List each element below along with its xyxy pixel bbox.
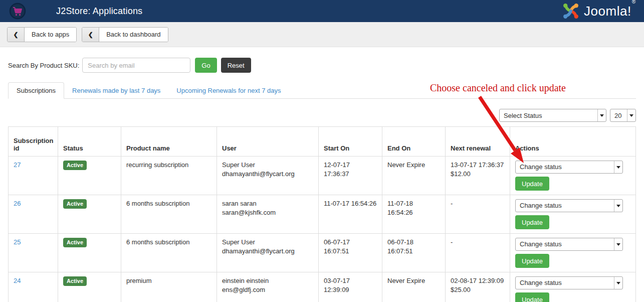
next-renewal-amount: $12.00 (451, 170, 505, 179)
change-status-value: Change status (516, 238, 614, 250)
start-on: 12-07-17 17:36:37 (324, 161, 350, 178)
start-on: 11-07-17 16:54:26 (324, 200, 376, 207)
col-end-on: End On (382, 127, 446, 157)
next-renewal-amount: $25.00 (451, 285, 505, 294)
joomla-logo: Joomla!® (562, 2, 635, 20)
dropdown-button (614, 238, 622, 250)
table-row: 24 Active premium einstein einsteinens@g… (9, 272, 636, 302)
subscriptions-table: Subscription id Status Product name User… (8, 126, 636, 302)
change-status-dropdown[interactable]: Change status (515, 161, 623, 174)
end-on: Never Expire (387, 277, 425, 284)
end-on: 11-07-18 16:54:26 (387, 200, 413, 216)
product-name: 6 months subscription (126, 238, 189, 246)
product-name: premium (126, 277, 152, 284)
top-navbar: J2Store: Applications (0, 0, 644, 22)
chevron-down-icon (616, 282, 620, 284)
subscription-id-link[interactable]: 24 (14, 277, 21, 284)
change-status-value: Change status (516, 200, 614, 212)
table-row: 26 Active 6 months subscription saran sa… (9, 195, 636, 234)
joomla-mark-icon (562, 2, 580, 20)
status-badge: Active (63, 161, 87, 170)
update-button[interactable]: Update (515, 254, 549, 268)
col-start-on: Start On (319, 127, 382, 157)
dropdown-button (614, 200, 622, 212)
next-renewal-date: 02-08-17 12:39:09 (451, 276, 505, 285)
chevron-down-icon (629, 114, 633, 117)
subscription-id-link[interactable]: 25 (14, 238, 21, 246)
col-user: User (217, 127, 319, 157)
tab-upcoming-renewals-next-7-days[interactable]: Upcoming Renewals for next 7 days (168, 83, 289, 98)
change-status-value: Change status (516, 277, 614, 289)
change-status-dropdown[interactable]: Change status (515, 238, 623, 251)
col-actions: Actions (510, 127, 636, 157)
table-row: 27 Active recurring subscription Super U… (9, 157, 636, 195)
status-badge: Active (63, 199, 87, 209)
subscription-id-link[interactable]: 26 (14, 200, 21, 207)
cart-icon (9, 3, 26, 20)
user-email: dhamayanthi@flycart.org (222, 170, 313, 179)
user-name: Super User (222, 238, 313, 247)
user-name: einstein einstein (222, 276, 313, 285)
user-email: ens@gldfj.com (222, 285, 313, 294)
dropdown-button (597, 109, 606, 121)
reset-button[interactable]: Reset (221, 58, 251, 73)
page-size-dropdown[interactable]: 20 (610, 109, 636, 122)
chevron-down-icon (616, 205, 620, 207)
joomla-wordmark: Joomla! (584, 4, 631, 19)
go-button[interactable]: Go (195, 58, 217, 73)
update-button[interactable]: Update (515, 292, 549, 302)
select-status-value: Select Status (500, 109, 597, 121)
update-button[interactable]: Update (515, 215, 549, 229)
tab-renewals-last-7-days[interactable]: Renewals made by last 7 days (64, 83, 168, 98)
annotation-text: Choose canceled and click update (430, 82, 566, 94)
chevron-down-icon (616, 243, 620, 246)
change-status-dropdown[interactable]: Change status (515, 276, 623, 289)
toolbar: ❮ Back to apps ❮ Back to dashboard (0, 22, 644, 47)
product-name: recurring subscription (126, 161, 188, 169)
search-label: Search By Product SKU: (8, 62, 79, 69)
start-on: 03-07-17 12:39:09 (324, 277, 350, 293)
subscription-id-link[interactable]: 27 (14, 161, 21, 169)
dropdown-button (614, 277, 622, 289)
col-next-renewal: Next renewal (446, 127, 510, 157)
page-title: J2Store: Applications (56, 6, 142, 17)
search-row: Search By Product SKU: Go Reset (8, 58, 636, 73)
back-to-dashboard-label: Back to dashboard (99, 28, 167, 42)
chevron-left-icon: ❮ (8, 28, 25, 42)
page-size-value: 20 (610, 109, 627, 121)
chevron-down-icon (600, 114, 604, 117)
user-name: saran saran (222, 199, 313, 208)
next-renewal-date: 13-07-17 17:36:37 (451, 161, 505, 170)
change-status-value: Change status (516, 161, 614, 173)
end-on: 06-07-18 16:07:51 (387, 238, 413, 255)
back-to-apps-label: Back to apps (25, 28, 76, 42)
filter-row: Select Status 20 (8, 109, 636, 122)
user-email: dhamayanthi@flycart.org (222, 247, 313, 256)
chevron-down-icon (616, 166, 620, 169)
status-badge: Active (63, 276, 87, 286)
search-input[interactable] (82, 58, 190, 73)
product-name: 6 months subscription (126, 200, 189, 207)
next-renewal-date: - (451, 199, 505, 208)
chevron-left-icon: ❮ (82, 28, 99, 42)
next-renewal-date: - (451, 238, 505, 247)
col-product-name: Product name (121, 127, 217, 157)
table-header-row: Subscription id Status Product name User… (9, 127, 636, 157)
user-name: Super User (222, 161, 313, 170)
col-status: Status (58, 127, 121, 157)
status-badge: Active (63, 238, 87, 247)
col-subscription-id: Subscription id (9, 127, 58, 157)
back-to-apps-button[interactable]: ❮ Back to apps (7, 27, 77, 42)
back-to-dashboard-button[interactable]: ❮ Back to dashboard (82, 27, 168, 42)
select-status-dropdown[interactable]: Select Status (499, 109, 606, 122)
change-status-dropdown[interactable]: Change status (515, 199, 623, 212)
tab-subscriptions[interactable]: Subscriptions (8, 82, 64, 99)
dropdown-button (627, 109, 635, 121)
dropdown-button (614, 161, 622, 173)
table-row: 25 Active 6 months subscription Super Us… (9, 234, 636, 272)
end-on: Never Expire (387, 161, 425, 169)
page: J2Store: Applications (0, 0, 644, 302)
start-on: 06-07-17 16:07:51 (324, 238, 350, 255)
registered-mark: ® (632, 0, 635, 5)
update-button[interactable]: Update (515, 177, 549, 191)
